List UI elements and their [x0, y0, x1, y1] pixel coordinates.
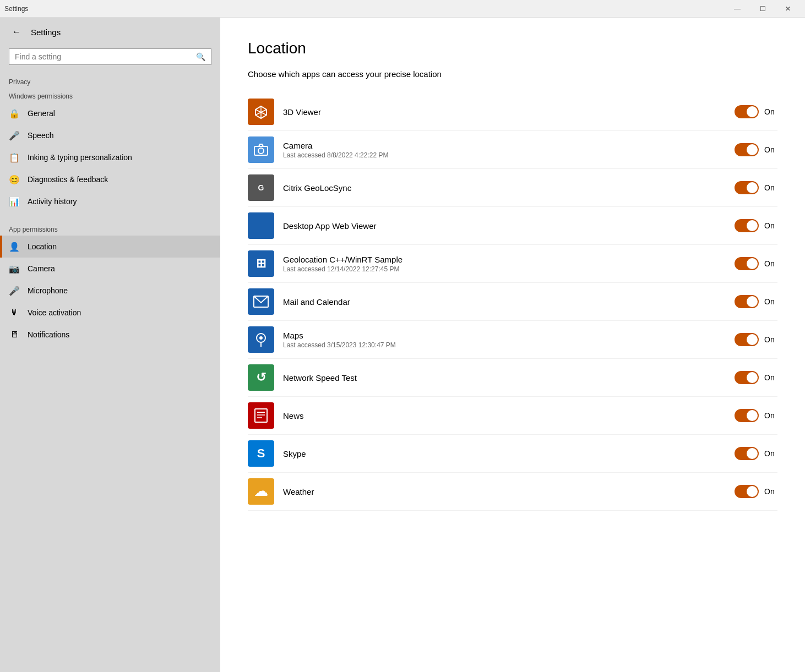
app-item-desktop-web: Desktop App Web Viewer On [248, 207, 777, 245]
back-button[interactable]: ← [9, 24, 24, 40]
app-name-citrix: Citrix GeoLocSync [283, 183, 724, 193]
toggle-label-geolocation: On [764, 259, 777, 268]
sidebar-item-label-notifications: Notifications [28, 330, 69, 339]
app-info-3dviewer: 3D Viewer [283, 107, 724, 117]
toggle-area-3dviewer: On [735, 105, 777, 118]
app-item-camera: Camera Last accessed 8/8/2022 4:22:22 PM… [248, 131, 777, 169]
svg-point-5 [258, 148, 264, 154]
app-icon-maps [248, 326, 274, 353]
app-last-accessed-maps: Last accessed 3/15/2023 12:30:47 PM [283, 341, 724, 349]
content-subtitle: Choose which apps can access your precis… [248, 68, 777, 80]
app-info-citrix: Citrix GeoLocSync [283, 183, 724, 193]
close-button[interactable]: ✕ [775, 0, 801, 18]
toggle-weather[interactable] [735, 485, 759, 498]
toggle-network[interactable] [735, 371, 759, 384]
app-info-skype: Skype [283, 449, 724, 458]
app-info-weather: Weather [283, 487, 724, 496]
main-container: ← Settings 🔍 Privacy Windows permissions… [0, 18, 805, 672]
privacy-section-label: Privacy [0, 74, 220, 88]
app-info-camera: Camera Last accessed 8/8/2022 4:22:22 PM [283, 141, 724, 159]
search-input[interactable] [15, 52, 193, 61]
app-info-mail: Mail and Calendar [283, 297, 724, 307]
app-icon-citrix: G [248, 174, 274, 201]
app-name-skype: Skype [283, 449, 724, 458]
notifications-icon: 🖥 [9, 329, 20, 340]
app-name-mail: Mail and Calendar [283, 297, 724, 307]
diagnostics-icon: 😊 [9, 174, 20, 185]
toggle-area-citrix: On [735, 181, 777, 194]
app-icon-weather: ☁ [248, 478, 274, 505]
titlebar-left: Settings [4, 5, 28, 13]
camera-icon: 📷 [9, 263, 20, 274]
toggle-geolocation[interactable] [735, 257, 759, 270]
activity-icon: 📊 [9, 196, 20, 207]
app-icon-news [248, 402, 274, 429]
sidebar-item-notifications[interactable]: 🖥 Notifications [0, 324, 220, 346]
app-name-network: Network Speed Test [283, 373, 724, 383]
toggle-label-desktop-web: On [764, 221, 777, 230]
sidebar-item-label-inking: Inking & typing personalization [28, 153, 132, 162]
toggle-camera[interactable] [735, 143, 759, 156]
content-area: Location Choose which apps can access yo… [220, 18, 805, 672]
toggle-label-network: On [764, 373, 777, 382]
toggle-mail[interactable] [735, 295, 759, 308]
sidebar-header: ← Settings [0, 18, 220, 46]
toggle-label-news: On [764, 411, 777, 420]
sidebar-item-location[interactable]: 👤 Location [0, 236, 220, 258]
toggle-skype[interactable] [735, 447, 759, 460]
location-icon: 👤 [9, 241, 20, 252]
sidebar-item-camera[interactable]: 📷 Camera [0, 258, 220, 280]
app-item-skype: S Skype On [248, 435, 777, 473]
sidebar-item-label-general: General [28, 109, 55, 118]
sidebar-item-inking[interactable]: 📋 Inking & typing personalization [0, 146, 220, 168]
app-icon-skype: S [248, 440, 274, 467]
toggle-label-skype: On [764, 449, 777, 458]
toggle-label-mail: On [764, 297, 777, 306]
toggle-news[interactable] [735, 409, 759, 422]
windows-permissions-section-label: Windows permissions [0, 88, 220, 102]
minimize-button[interactable]: — [725, 0, 750, 18]
sidebar-item-diagnostics[interactable]: 😊 Diagnostics & feedback [0, 168, 220, 190]
app-name-weather: Weather [283, 487, 724, 496]
toggle-citrix[interactable] [735, 181, 759, 194]
app-info-news: News [283, 411, 724, 420]
app-name-3dviewer: 3D Viewer [283, 107, 724, 117]
titlebar-controls: — ☐ ✕ [725, 0, 801, 18]
sidebar-item-microphone[interactable]: 🎤 Microphone [0, 280, 220, 302]
microphone-icon: 🎤 [9, 285, 20, 296]
toggle-area-camera: On [735, 143, 777, 156]
app-item-maps: Maps Last accessed 3/15/2023 12:30:47 PM… [248, 321, 777, 359]
app-icon-network: ↺ [248, 364, 274, 391]
app-item-weather: ☁ Weather On [248, 473, 777, 511]
sidebar-item-label-microphone: Microphone [28, 286, 68, 295]
toggle-area-mail: On [735, 295, 777, 308]
toggle-maps[interactable] [735, 333, 759, 346]
app-info-desktop-web: Desktop App Web Viewer [283, 221, 724, 231]
app-item-geolocation: ⊞ Geolocation C++/WinRT Sample Last acce… [248, 245, 777, 283]
sidebar-item-label-diagnostics: Diagnostics & feedback [28, 175, 108, 184]
toggle-desktop-web[interactable] [735, 219, 759, 232]
speech-icon: 🎤 [9, 130, 20, 141]
sidebar-item-voice[interactable]: 🎙 Voice activation [0, 302, 220, 324]
sidebar-item-speech[interactable]: 🎤 Speech [0, 124, 220, 146]
toggle-label-3dviewer: On [764, 107, 777, 116]
titlebar: Settings — ☐ ✕ [0, 0, 805, 18]
app-item-network: ↺ Network Speed Test On [248, 359, 777, 397]
sidebar-item-label-location: Location [28, 242, 57, 251]
sidebar-item-label-voice: Voice activation [28, 308, 81, 317]
toggle-label-maps: On [764, 335, 777, 344]
app-icon-camera [248, 136, 274, 163]
sidebar-item-general[interactable]: 🔒 General [0, 102, 220, 124]
svg-rect-10 [255, 409, 267, 422]
sidebar-app-title: Settings [31, 28, 61, 37]
toggle-3dviewer[interactable] [735, 105, 759, 118]
app-list: 3D Viewer On Camera Last accessed 8/8/20… [248, 93, 777, 511]
app-item-news: News On [248, 397, 777, 435]
lock-icon: 🔒 [9, 108, 20, 119]
page-title: Location [248, 40, 777, 57]
app-name-geolocation: Geolocation C++/WinRT Sample [283, 255, 724, 264]
maximize-button[interactable]: ☐ [750, 0, 775, 18]
toggle-label-camera: On [764, 145, 777, 154]
sidebar-item-activity[interactable]: 📊 Activity history [0, 190, 220, 212]
toggle-area-network: On [735, 371, 777, 384]
